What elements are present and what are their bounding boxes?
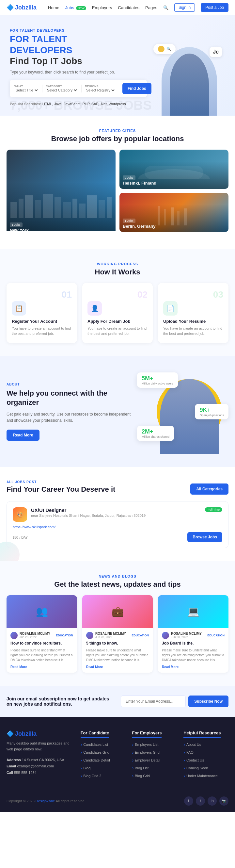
news-card-1: 👥 ROSALINE MCLIMY Jun 28, 2022 Education… [6,595,77,673]
hero-title: FOR TALENTDEVELOPERS Find Top IT Jobs [10,34,154,67]
news-date-3: Jun 28, 2022 [171,636,202,639]
subscribe-section: Join our email subscription now to get u… [0,686,235,717]
step-2-desc: You have to create an account to find th… [88,326,147,337]
news-body-3: ROSALINE MCLIMY Jun 28, 2022 Education J… [158,628,229,673]
signin-button[interactable]: Sign In [174,3,195,12]
nav-jobs[interactable]: Jobs NEW [65,5,86,10]
nav-pages[interactable]: Pages [145,5,157,10]
all-categories-button[interactable]: All Categories [190,484,229,495]
footer-link[interactable]: Under Maintenance [183,773,229,778]
footer-link[interactable]: Contact Us [183,757,229,763]
about-image: 5M+ Million daily active users 2M+ Milli… [137,369,229,454]
job-link[interactable]: https://www.skillspark.com/ [13,525,222,529]
news-date-1: Jun 28, 2022 [20,636,50,639]
footer-col-candidate: For Candidate Candidates List Candidates… [80,730,126,781]
footer-link[interactable]: About Us [183,742,229,747]
list-item: Employer Detail [132,757,177,763]
stat-3-num: 9K+ [199,406,224,413]
news-author-name-3: ROSALINE MCLIMY [171,632,202,636]
stat-2-label: Million shares shared [142,435,169,438]
footer-link[interactable]: Candidate Detail [80,757,126,763]
hero-title-main: Find Top IT Jobs [10,56,82,66]
city-card-berlin[interactable]: 1 Jobs Berlin, Germany [120,193,229,232]
stat-1-label: Million daily active users [142,382,173,385]
footer-col-employer-links: Employers List Employers Grid Employer D… [132,742,177,778]
stat-1-num: 5M+ [142,375,173,382]
what-select[interactable]: Select Title [14,88,39,92]
read-more-button[interactable]: Read More [6,430,39,441]
footer-link[interactable]: Employers List [132,742,177,747]
how-label: Working Process [6,262,229,266]
job-title: UX/UI Designer [31,507,145,513]
hero-section: FOR TALENT DEVELOPERS FOR TALENTDEVELOPE… [0,16,235,116]
svg-rect-6 [63,202,71,218]
footer-link[interactable]: Blog [80,766,126,771]
nav-home[interactable]: Home [48,5,59,10]
stat-card-1: 5M+ Million daily active users [137,372,178,388]
footer-link[interactable]: Employer Detail [132,757,177,763]
news-author-name-1: ROSALINE MCLIMY [20,632,50,636]
footer-link[interactable]: Coming Soon [183,766,229,771]
list-item: Contact Us [183,757,229,763]
footer-link[interactable]: Employers Grid [132,750,177,755]
footer-link[interactable]: Blog Grid [132,773,177,778]
footer-col-employer: For Employers Employers List Employers G… [132,730,177,781]
subscribe-button[interactable]: Subscribe Now [188,695,229,707]
news-body-1: ROSALINE MCLIMY Jun 28, 2022 Education H… [6,628,77,673]
subscribe-form: Subscribe Now [121,695,229,707]
job-info: UX/UI Designer near Sanjeev Hospitals Sh… [31,507,145,518]
footer-link[interactable]: Blog Grid 2 [80,773,126,778]
social-facebook[interactable]: f [184,797,193,806]
job-footer: $30 / DAY Browse Jobs [13,532,222,542]
news-category-2: Education [132,634,149,637]
svg-rect-3 [35,200,41,218]
about-section: About We help you connect with the organ… [0,356,235,467]
city-jobs-ny: 1 Jobs [10,222,23,227]
browse-jobs-button[interactable]: Browse Jobs [187,532,222,542]
step-3: 03 📄 Upload Your Resume You have to crea… [158,283,229,343]
footer-link[interactable]: Candidates List [80,742,126,747]
how-title: How It Works [6,268,229,276]
svg-rect-10 [99,200,105,218]
nav-candidates[interactable]: Candidates [118,5,139,10]
list-item: Candidate Detail [80,757,126,763]
site-logo[interactable]: 🔷 Jobzilla [6,4,37,11]
news-read-2[interactable]: Read More [86,665,149,669]
design-credit-link[interactable]: DesignZone [36,799,55,803]
city-info-ber: 1 Jobs Berlin, Germany [123,218,155,229]
step-1-desc: You have to create an account to find th… [12,326,72,337]
navbar: 🔷 Jobzilla Home Jobs NEW Employers Candi… [0,0,235,16]
footer-link[interactable]: Blog List [132,766,177,771]
city-card-helsinki[interactable]: 2 Jobs Helsinki, Finland [120,150,229,189]
footer-link[interactable]: Candidates Grid [80,750,126,755]
news-excerpt-2: Please make sure to understand what righ… [86,648,149,662]
news-title-3: Job Board is the. [162,641,225,646]
social-linkedin[interactable]: in [208,797,217,806]
list-item: Blog Grid [132,773,177,778]
list-item: Under Maintenance [183,773,229,778]
social-twitter[interactable]: t [196,797,205,806]
footer-link[interactable]: FAQ [183,750,229,755]
news-author-1: ROSALINE MCLIMY Jun 28, 2022 Education [10,632,73,639]
subscribe-input[interactable] [121,695,186,707]
find-jobs-button[interactable]: Find Jobs [123,83,152,94]
news-category-1: Education [56,634,73,637]
social-links: f t in 📷 [184,797,229,806]
category-select[interactable]: Select Category [46,88,78,92]
about-desc: Get paid easily and security. Use our re… [6,411,131,424]
news-read-1[interactable]: Read More [10,665,73,669]
job-badge: Full Time [205,507,222,512]
nav-employers[interactable]: Employers [92,5,112,10]
stat-2-num: 2M+ [142,428,169,435]
region-select[interactable]: Select Registry [85,88,115,92]
city-card-newyork[interactable]: 1 Jobs New York [6,150,115,236]
search-icon[interactable]: 🔍 [163,5,168,10]
footer-col-candidate-links: Candidates List Candidates Grid Candidat… [80,742,126,778]
news-read-3[interactable]: Read More [162,665,225,669]
news-avatar-3 [162,632,169,639]
social-instagram[interactable]: 📷 [219,797,229,806]
news-author-3: ROSALINE MCLIMY Jun 28, 2022 Education [162,632,225,639]
footer-logo-icon: 🔷 [6,730,14,737]
news-excerpt-1: Please make sure to understand what righ… [10,648,73,662]
post-job-button[interactable]: Post a Job [201,3,229,12]
